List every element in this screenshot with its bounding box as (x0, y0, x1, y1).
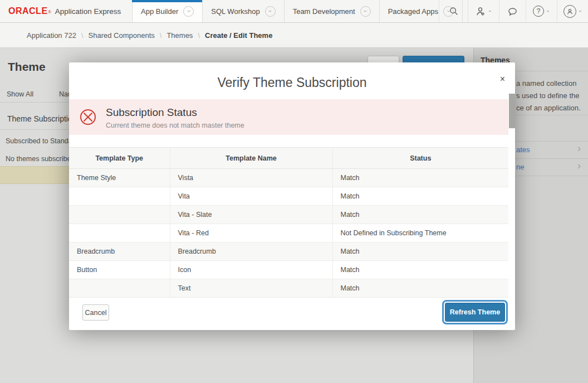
breadcrumb-themes[interactable]: Themes (166, 31, 193, 40)
screen: ORACLE ® Application Express App Builder… (0, 0, 588, 383)
breadcrumb-current-page: Create / Edit Theme (205, 31, 272, 40)
tab-sql-workshop[interactable]: SQL Workshop (202, 0, 283, 22)
cell-template-type: Breadcrumb (69, 243, 170, 261)
breadcrumb-separator: \ (81, 31, 84, 40)
cell-template-type: Theme Style (69, 169, 170, 187)
feedback-chat-button[interactable] (499, 0, 526, 22)
chevron-down-icon[interactable] (265, 6, 276, 17)
col-template-name: Template Name (170, 148, 332, 169)
admin-user-icon (476, 6, 486, 17)
top-tabs: App Builder SQL Workshop Team Developmen… (132, 0, 463, 22)
table-row: Vita - Red Not Defined in Subscribing Th… (69, 224, 508, 243)
table-body: Theme Style Vista Match Vita Match Vita … (69, 169, 508, 298)
cell-template-name: Breadcrumb (170, 243, 332, 261)
cell-status: Match (332, 187, 508, 206)
search-button[interactable] (439, 0, 468, 22)
verify-theme-subscription-dialog: Verify Theme Subscription × Subscription… (69, 62, 515, 330)
chevron-right-icon: › (577, 160, 581, 172)
verification-table: Template Type Template Name Status Theme… (69, 147, 508, 298)
refresh-theme-button[interactable]: Refresh Theme (445, 303, 505, 322)
cell-status: Match (332, 243, 508, 261)
filter-show-all[interactable]: Show All (7, 90, 33, 98)
breadcrumb-shared-components[interactable]: Shared Components (89, 31, 155, 40)
cell-template-name: Icon (170, 261, 332, 279)
breadcrumb-separator: \ (198, 31, 200, 40)
section-title-theme-subscription: Theme Subscriptio (7, 114, 72, 123)
alert-title: Subscription Status (106, 106, 197, 119)
report-filter-tabs: Show All Name (7, 90, 77, 98)
chat-bubble-icon (507, 6, 518, 17)
table-row: Breadcrumb Breadcrumb Match (69, 243, 508, 261)
cell-template-name: Vita - Red (170, 224, 332, 243)
cell-template-name: Vita - Slate (170, 206, 332, 224)
sidebar-link-label: ates (516, 146, 530, 154)
oracle-trademark: ® (48, 10, 51, 14)
close-icon[interactable]: × (500, 75, 505, 84)
cell-template-name: Vita (170, 187, 332, 206)
cell-template-type (69, 206, 170, 224)
sidebar-link-label: ne (516, 163, 524, 171)
top-nav-icons: ? (439, 0, 588, 22)
breadcrumb-application[interactable]: Application 722 (27, 31, 76, 40)
cell-template-name: Text (170, 279, 332, 298)
administration-menu-button[interactable] (468, 0, 499, 22)
product-name: Application Express (55, 7, 121, 16)
subscription-status-alert: Subscription Status Current theme does n… (69, 99, 508, 135)
chevron-down-icon (488, 9, 492, 13)
chevron-down-icon (546, 9, 550, 13)
subscribed-to-text: Subscribed to Standa (6, 137, 72, 145)
tab-team-development[interactable]: Team Development (284, 0, 379, 22)
dialog-scrollbar-thumb[interactable] (509, 94, 515, 128)
chevron-down-icon (578, 9, 582, 13)
cell-status: Not Defined in Subscribing Theme (332, 224, 508, 243)
dialog-title: Verify Theme Subscription (69, 75, 515, 90)
table-header-row: Template Type Template Name Status (69, 148, 508, 169)
help-text-line: ce of an application. (516, 104, 581, 112)
cell-status: Match (332, 279, 508, 298)
help-menu-button[interactable]: ? (526, 0, 557, 22)
tab-label: Team Development (293, 7, 355, 16)
chevron-down-icon[interactable] (360, 6, 371, 17)
tab-label: Packaged Apps (388, 7, 438, 16)
breadcrumb-separator: \ (160, 31, 162, 40)
breadcrumb-bar: Application 722 \ Shared Components \ Th… (0, 23, 588, 48)
top-nav: ORACLE ® Application Express App Builder… (0, 0, 588, 23)
table-row: Theme Style Vista Match (69, 169, 508, 187)
no-themes-text: No themes subscribe (6, 155, 71, 163)
cell-template-type: Button (69, 261, 170, 279)
col-status: Status (332, 148, 508, 169)
tab-app-builder[interactable]: App Builder (132, 0, 202, 22)
brand: ORACLE ® Application Express (8, 0, 121, 22)
account-menu-button[interactable] (557, 0, 588, 22)
col-template-type: Template Type (69, 148, 170, 169)
chevron-down-icon[interactable] (183, 6, 194, 17)
table-row: Button Icon Match (69, 261, 508, 279)
help-text-line: s used to define the (516, 91, 579, 100)
help-icon: ? (533, 6, 544, 17)
tab-label: App Builder (141, 7, 178, 16)
help-text-line: a named collection (516, 79, 576, 88)
account-icon (564, 5, 576, 18)
alert-message: Current theme does not match master them… (106, 122, 244, 129)
cell-template-name: Vista (170, 169, 332, 187)
oracle-logo: ORACLE (8, 6, 48, 16)
tab-label: SQL Workshop (211, 7, 259, 16)
cancel-button[interactable]: Cancel (82, 304, 109, 321)
breadcrumb: Application 722 \ Shared Components \ Th… (27, 23, 272, 47)
cell-status: Match (332, 169, 508, 187)
search-icon (449, 6, 459, 16)
cell-status: Match (332, 206, 508, 224)
cell-template-type (69, 224, 170, 243)
cell-template-type (69, 279, 170, 298)
cell-template-type (69, 187, 170, 206)
page-title: Theme (8, 60, 46, 74)
chevron-right-icon: › (577, 143, 581, 154)
error-circle-x-icon (80, 109, 96, 125)
table-row: Vita - Slate Match (69, 206, 508, 224)
table-row: Vita Match (69, 187, 508, 206)
table-row: Text Match (69, 279, 508, 298)
cell-status: Match (332, 261, 508, 279)
